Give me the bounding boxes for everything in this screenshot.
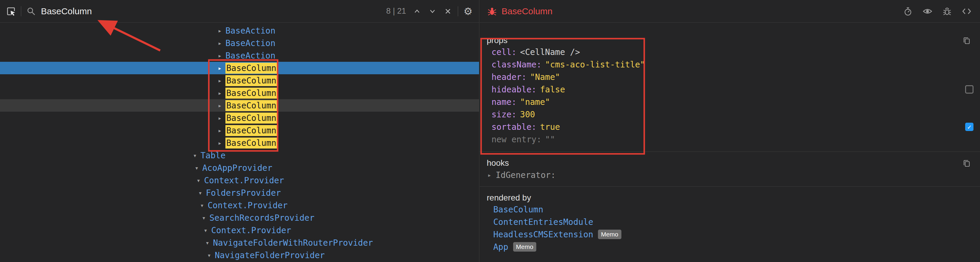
rendered-by-link[interactable]: ContentEntriesModule <box>493 217 593 227</box>
rendered-by-link[interactable]: BaseColumn <box>493 204 543 214</box>
prop-row-className: className: "cms-aco-list-title" <box>480 58 980 71</box>
prop-value[interactable]: "name" <box>520 97 550 107</box>
caret-collapsed-icon[interactable]: ▸ <box>216 40 224 47</box>
component-name: BaseColumn <box>226 63 277 73</box>
prop-value[interactable]: <CellName /> <box>520 47 580 57</box>
tree-row-BaseColumn[interactable]: ▸BaseColumn <box>0 137 479 149</box>
tree-row-BaseColumn[interactable]: ▸BaseColumn <box>0 74 479 87</box>
caret-expanded-icon[interactable]: ▾ <box>198 202 206 209</box>
inspect-dom-eye-icon[interactable] <box>922 6 933 17</box>
rendered-by-item-BaseColumn: BaseColumn <box>480 203 980 216</box>
prop-value[interactable]: "" <box>545 134 555 144</box>
tree-row-BaseAction[interactable]: ▸BaseAction <box>0 24 479 37</box>
tree-row-FoldersProvider[interactable]: ▾FoldersProvider <box>0 187 479 199</box>
caret-collapsed-icon[interactable]: ▸ <box>216 77 224 85</box>
tree-row-SearchRecordsProvider[interactable]: ▾SearchRecordsProvider <box>0 211 479 224</box>
tree-row-BaseColumn[interactable]: ▸BaseColumn <box>0 62 479 74</box>
inspect-element-icon[interactable] <box>5 6 17 17</box>
tree-row-BaseColumn[interactable]: ▸BaseColumn <box>0 99 479 112</box>
prop-key: hideable: <box>492 85 536 94</box>
copy-props-icon[interactable] <box>961 35 972 46</box>
component-name: BaseAction <box>226 51 275 61</box>
copy-hooks-icon[interactable] <box>961 157 972 169</box>
prop-value[interactable]: false <box>540 85 565 94</box>
tree-row-BaseAction[interactable]: ▸BaseAction <box>0 37 479 49</box>
caret-collapsed-icon[interactable]: ▸ <box>216 102 224 109</box>
tree-row-BaseColumn[interactable]: ▸BaseColumn <box>0 87 479 99</box>
search-input[interactable] <box>41 6 382 16</box>
hook-row-IdGenerator[interactable]: ▸IdGenerator: <box>480 168 980 182</box>
tree-row-BaseAction[interactable]: ▸BaseAction <box>0 49 479 62</box>
component-name: BaseColumn <box>226 113 277 123</box>
prop-row-newentry: new entry: "" <box>480 133 980 145</box>
prop-row-sortable: sortable: true✓ <box>480 121 980 133</box>
prop-row-name: name: "name" <box>480 96 980 108</box>
react-devtools-components-panel: { "colors": { "selected_row_blue": "#317… <box>0 0 980 262</box>
tree-row-Table[interactable]: ▾Table <box>0 149 479 161</box>
caret-expanded-icon[interactable]: ▾ <box>194 177 202 184</box>
hooks-heading: hooks <box>487 158 509 168</box>
prop-value[interactable]: 300 <box>520 110 535 120</box>
caret-collapsed-icon[interactable]: ▸ <box>216 52 224 59</box>
rendered-by-link[interactable]: HeadlessCMSExtension <box>493 230 593 240</box>
component-name: Context.Provider <box>204 176 284 185</box>
caret-expanded-icon[interactable]: ▾ <box>196 189 204 196</box>
settings-gear-icon[interactable]: ⚙ <box>462 6 474 17</box>
next-result-icon[interactable] <box>427 6 438 17</box>
prop-key: name: <box>492 97 516 107</box>
tree-row-Context.Provider[interactable]: ▾Context.Provider <box>0 224 479 236</box>
caret-collapsed-icon[interactable]: ▸ <box>216 114 224 122</box>
rendered-by-section-header: rendered by <box>480 192 980 203</box>
tree-row-NavigateFolderProvider[interactable]: ▾NavigateFolderProvider <box>0 249 479 261</box>
clear-search-icon[interactable] <box>442 6 453 17</box>
tree-row-AcoAppProvider[interactable]: ▾AcoAppProvider <box>0 161 479 174</box>
hook-name: IdGenerator: <box>496 170 555 180</box>
component-name: NavigateFolderProvider <box>215 251 325 260</box>
caret-collapsed-icon[interactable]: ▸ <box>216 139 224 147</box>
search-toolbar: 8 | 21 ⚙ <box>0 0 479 22</box>
caret-collapsed-icon[interactable]: ▸ <box>216 89 224 97</box>
profiler-timer-icon[interactable] <box>902 6 913 17</box>
previous-result-icon[interactable] <box>411 6 423 17</box>
caret-collapsed-icon[interactable]: ▸ <box>216 127 224 134</box>
tree-row-Context.Provider[interactable]: ▾Context.Provider <box>0 174 479 187</box>
memo-badge: Memo <box>598 230 621 239</box>
caret-collapsed-icon[interactable]: ▸ <box>485 171 493 179</box>
prop-value[interactable]: "cms-aco-list-title" <box>545 60 645 70</box>
caret-expanded-icon[interactable]: ▾ <box>191 152 199 159</box>
checkbox-unchecked-icon[interactable] <box>965 85 974 94</box>
prop-key: sortable: <box>492 122 536 132</box>
prop-row-header: header: "Name" <box>480 71 980 83</box>
tree-row-BaseColumn[interactable]: ▸BaseColumn <box>0 112 479 124</box>
component-name: BaseColumn <box>226 100 277 111</box>
prop-row-hideable: hideable: false <box>480 83 980 96</box>
prop-key: header: <box>492 72 527 82</box>
hooks-section-header: hooks <box>480 158 980 168</box>
prop-row-cell: cell: <CellName /> <box>480 46 980 58</box>
view-source-icon[interactable] <box>961 6 972 17</box>
rendered-by-item-ContentEntriesModule: ContentEntriesModule <box>480 216 980 228</box>
props-section-header: props <box>480 35 980 46</box>
tree-row-BaseColumn[interactable]: ▸BaseColumn <box>0 124 479 137</box>
prop-key: size: <box>492 110 516 120</box>
rendered-by-link[interactable]: App <box>493 242 508 252</box>
prop-value[interactable]: "Name" <box>530 72 560 82</box>
prop-key: className: <box>492 60 542 70</box>
rendered-by-rows: BaseColumnContentEntriesModuleHeadlessCM… <box>480 203 980 253</box>
caret-expanded-icon[interactable]: ▾ <box>200 214 208 222</box>
memo-badge: Memo <box>513 242 536 252</box>
caret-expanded-icon[interactable]: ▾ <box>202 227 209 234</box>
search-result-count: 8 | 21 <box>386 6 406 16</box>
inspector-header: BaseColumn <box>480 0 980 22</box>
caret-expanded-icon[interactable]: ▾ <box>205 252 213 259</box>
caret-expanded-icon[interactable]: ▾ <box>193 164 200 172</box>
prop-value[interactable]: true <box>540 122 560 132</box>
caret-expanded-icon[interactable]: ▾ <box>204 239 211 246</box>
tree-row-Context.Provider[interactable]: ▾Context.Provider <box>0 199 479 211</box>
debug-bug-icon[interactable] <box>942 6 953 17</box>
caret-collapsed-icon[interactable]: ▸ <box>216 64 224 72</box>
checkbox-checked-icon[interactable]: ✓ <box>965 123 974 131</box>
props-heading: props <box>487 36 508 45</box>
caret-collapsed-icon[interactable]: ▸ <box>216 27 224 34</box>
tree-row-NavigateFolderWithRouterProvider[interactable]: ▾NavigateFolderWithRouterProvider <box>0 236 479 249</box>
